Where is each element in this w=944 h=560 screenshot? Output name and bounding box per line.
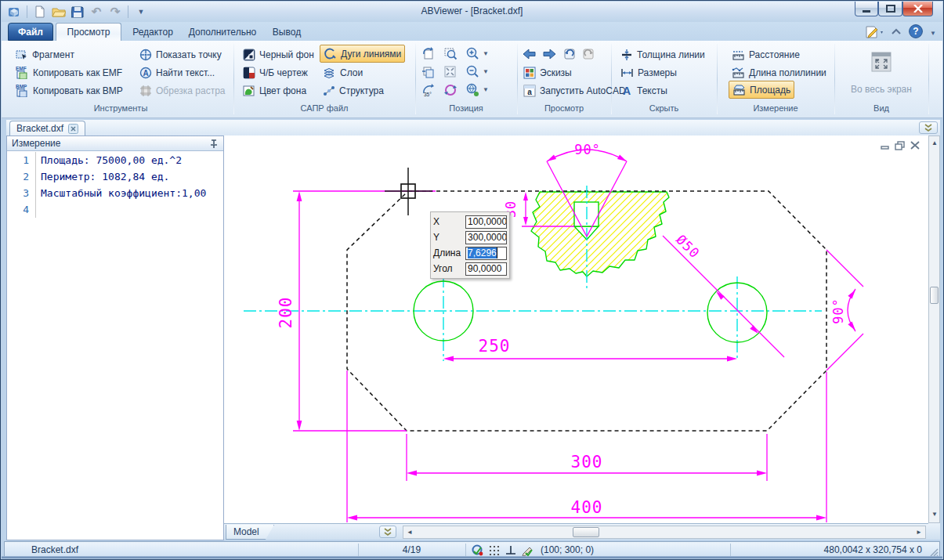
full-screen-button[interactable]: [863, 44, 900, 80]
fit-to-window-icon[interactable]: [442, 63, 459, 80]
status-page: 4/19: [358, 542, 465, 558]
maximize-button[interactable]: [878, 2, 902, 16]
close-button[interactable]: [902, 2, 933, 16]
window-title: ABViewer - [Bracket.dxf]: [2, 5, 942, 16]
tab-output[interactable]: Вывод: [263, 23, 310, 41]
tab-view[interactable]: Просмотр: [56, 23, 121, 41]
structure-button[interactable]: Структура: [320, 82, 387, 99]
window-bottom-edge: [2, 556, 942, 558]
forward-arrow-icon[interactable]: [541, 45, 558, 62]
layout-chevron-button[interactable]: [379, 526, 396, 538]
thumbnails-button[interactable]: Эскизы: [520, 64, 575, 81]
pin-icon[interactable]: [209, 139, 219, 149]
document-tab-bracket[interactable]: Bracket.dxf: [9, 121, 85, 135]
background-color-icon: [243, 85, 255, 97]
tab-label: Редактор: [132, 27, 173, 38]
mdi-restore-icon[interactable]: [895, 140, 906, 150]
status-separator: [730, 544, 731, 556]
x-field[interactable]: 100,0000: [465, 215, 507, 229]
button-label: Слои: [340, 67, 363, 78]
fragment-button[interactable]: Фрагмент: [13, 46, 78, 63]
button-label: Найти текст...: [156, 67, 215, 78]
button-label: Копировать как EMF: [33, 67, 122, 78]
mdi-close-icon[interactable]: [910, 140, 920, 150]
vertical-scroll-thumb[interactable]: [930, 287, 939, 304]
status-size: 480,0042 x 320,754 x 0: [824, 542, 922, 558]
tab-file[interactable]: Файл: [8, 23, 53, 41]
tab-editor[interactable]: Редактор: [124, 23, 182, 41]
svg-text:35°: 35°: [424, 92, 432, 97]
find-text-button[interactable]: A Найти текст...: [136, 64, 218, 81]
rotate-page-icon[interactable]: [420, 45, 437, 62]
minimize-ribbon-icon[interactable]: [890, 27, 902, 41]
button-label: Структура: [339, 85, 384, 96]
zoom-out-icon[interactable]: [464, 63, 481, 80]
y-value: 300,0000: [468, 232, 507, 243]
help-dropdown-arrow[interactable]: ▼: [930, 30, 936, 37]
polyline-length-button[interactable]: Длина полилинии: [729, 64, 830, 81]
model-tab[interactable]: Model: [226, 525, 274, 540]
help-icon[interactable]: ?: [909, 24, 924, 42]
scroll-left-arrow[interactable]: ◄: [407, 529, 413, 536]
rotate-angle-icon[interactable]: 35°: [420, 81, 437, 98]
black-background-button[interactable]: Черный фон: [240, 46, 317, 63]
black-background-icon: [243, 49, 255, 61]
line-weight-button[interactable]: Толщина линии: [617, 46, 708, 63]
horizontal-scroll-thumb[interactable]: [573, 527, 599, 537]
copy-view-icon[interactable]: [420, 63, 437, 80]
y-field[interactable]: 300,0000: [465, 231, 507, 244]
result-line: 2Периметр: 1082,84 ед.: [7, 168, 223, 185]
grid-icon[interactable]: [488, 544, 500, 556]
scrollbar-corner: [928, 523, 940, 540]
draw-mode-icon[interactable]: [521, 544, 534, 556]
dim-bottom-inner: 300: [571, 453, 603, 471]
next-view-icon[interactable]: [580, 45, 597, 62]
launch-autocad-button[interactable]: a Запустить AutoCAD: [520, 82, 629, 99]
minimize-button[interactable]: [855, 2, 878, 16]
mdi-minimize-icon[interactable]: [880, 140, 891, 150]
rotate-view-icon[interactable]: [442, 81, 459, 98]
copy-as-bmp-button[interactable]: BMP Копировать как BMP: [13, 82, 126, 99]
close-document-icon[interactable]: [68, 124, 78, 134]
thumbnails-icon: [523, 67, 536, 79]
length-field[interactable]: 7,6296: [465, 247, 507, 260]
zoom-window-icon[interactable]: [442, 45, 459, 62]
back-arrow-icon[interactable]: [520, 45, 537, 62]
angle-field[interactable]: 90,0000: [465, 262, 507, 276]
texts-button[interactable]: A Тексты: [617, 82, 671, 99]
model-tab-label: Model: [233, 526, 259, 537]
zoom-in-icon[interactable]: [464, 45, 481, 62]
previous-view-icon[interactable]: [561, 45, 578, 62]
bw-drawing-button[interactable]: Ч/Б чертеж: [240, 64, 311, 81]
status-separator: [465, 544, 466, 556]
arcs-as-lines-button[interactable]: Дуги линиями: [320, 45, 405, 63]
tab-list-chevron-button[interactable]: [919, 121, 938, 134]
snap-icon[interactable]: [472, 544, 483, 556]
tab-advanced[interactable]: Дополнительно: [183, 23, 262, 41]
zoom-in-dropdown-arrow[interactable]: ▼: [483, 50, 490, 57]
scroll-down-arrow[interactable]: ▼: [931, 511, 938, 518]
length-label: Длина: [433, 247, 465, 258]
layers-button[interactable]: Слои: [320, 64, 366, 81]
status-filename: Bracket.dxf: [31, 542, 78, 558]
crop-raster-button[interactable]: Обрезка растра: [136, 82, 229, 99]
zoom-out-dropdown-arrow[interactable]: ▼: [483, 68, 490, 75]
app-window: ↶ ↷ ▼ ABViewer - [Bracket.dxf] Файл Прос…: [0, 0, 944, 560]
distance-button[interactable]: Расстояние: [729, 46, 803, 63]
scroll-right-arrow[interactable]: ►: [916, 529, 922, 536]
style-menu-icon[interactable]: [865, 25, 884, 42]
vertical-scrollbar[interactable]: ▲ ▼: [928, 135, 940, 523]
area-button[interactable]: Площадь: [729, 81, 794, 99]
show-point-button[interactable]: Показать точку: [136, 46, 225, 63]
ortho-icon[interactable]: [505, 544, 516, 556]
window-buttons: [855, 2, 933, 16]
cad-canvas[interactable]: 90° 200 30 250 300 400 Ø50 90°: [224, 135, 928, 523]
copy-as-emf-button[interactable]: EMF Копировать как EMF: [13, 64, 125, 81]
group-caption: Скрыть: [611, 103, 717, 116]
zoom-extents-dropdown-arrow[interactable]: ▼: [483, 86, 490, 93]
background-color-button[interactable]: Цвет фона: [240, 82, 309, 99]
horizontal-scrollbar[interactable]: ◄ ►: [403, 526, 926, 539]
zoom-extents-icon[interactable]: [464, 81, 481, 98]
scroll-up-arrow[interactable]: ▲: [931, 139, 938, 146]
dimensions-button[interactable]: Размеры: [617, 64, 680, 81]
